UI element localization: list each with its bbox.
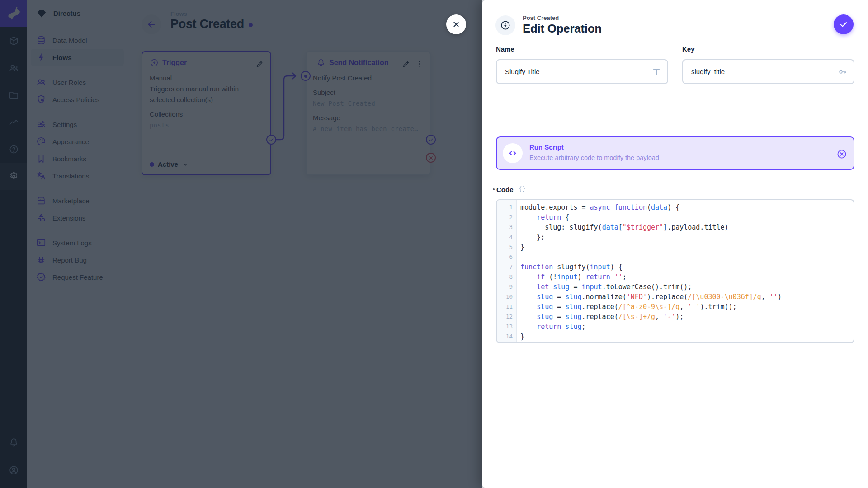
line-number: 4 [497, 232, 517, 242]
code-line: 3 slug: slugify(data["$trigger"].payload… [497, 222, 854, 232]
line-number: 1 [497, 202, 517, 212]
drawer-context: Post Created [523, 14, 602, 21]
key-value: slugify_title [691, 68, 725, 75]
drawer-divider [496, 113, 854, 113]
line-number: 11 [497, 302, 517, 312]
key-input[interactable]: slugify_title [682, 59, 854, 84]
code-line: 9 let slug = input.toLowerCase().trim(); [497, 282, 854, 292]
code-line: 11 slug = slug.replace(/[^a-z0-9\s-]/g, … [497, 302, 854, 312]
line-number: 13 [497, 322, 517, 332]
line-number: 7 [497, 262, 517, 272]
line-number: 14 [497, 332, 517, 342]
name-input[interactable]: Slugify Title [496, 59, 668, 84]
line-number: 3 [497, 222, 517, 232]
line-number: 2 [497, 212, 517, 222]
edit-operation-drawer: Post Created Edit Operation Name Slugify… [482, 0, 868, 488]
code-line: 4 }; [497, 232, 854, 242]
key-field-group: Key slugify_title [682, 45, 854, 84]
close-x-icon [452, 20, 461, 29]
app-window: Directus Data ModelFlowsUser RolesAccess… [0, 0, 868, 488]
code-line: 6 [497, 252, 854, 262]
code-lines: 1module.exports = async function(data) {… [497, 200, 854, 342]
panel-title: Run Script [529, 143, 564, 151]
operation-circled-bolt-icon [495, 15, 515, 35]
deselect-circled-x-icon[interactable] [836, 149, 847, 160]
code-line: 7function slugify(input) { [497, 262, 854, 272]
code-editor[interactable]: 1module.exports = async function(data) {… [496, 199, 854, 343]
braces-icon [518, 185, 526, 193]
code-line: 14} [497, 332, 854, 342]
code-line: 2 return { [497, 212, 854, 222]
drawer-title: Edit Operation [523, 22, 602, 36]
code-label-row: Code [493, 185, 526, 193]
drawer-close-button[interactable] [446, 14, 466, 34]
line-number: 5 [497, 242, 517, 252]
line-number: 10 [497, 292, 517, 302]
panel-description: Execute arbitrary code to modify the pay… [529, 154, 659, 161]
code-brackets-icon [503, 143, 523, 163]
title-T-icon [651, 67, 661, 77]
run-script-panel[interactable]: Run Script Execute arbitrary code to mod… [496, 136, 854, 170]
code-line: 8 if (!input) return ''; [497, 272, 854, 282]
drawer-scrim[interactable] [0, 0, 482, 488]
drawer-header: Post Created Edit Operation [495, 14, 602, 36]
name-field-group: Name Slugify Title [496, 45, 668, 84]
code-line: 5} [497, 242, 854, 252]
name-label: Name [496, 45, 668, 53]
line-number: 8 [497, 272, 517, 282]
code-line: 13 return slug; [497, 322, 854, 332]
key-label: Key [682, 45, 854, 53]
line-number: 6 [497, 252, 517, 262]
line-number: 12 [497, 312, 517, 322]
code-line: 10 slug = slug.normalize('NFD').replace(… [497, 292, 854, 302]
key-icon [838, 67, 848, 77]
check-icon [839, 19, 849, 29]
code-line: 1module.exports = async function(data) { [497, 202, 854, 212]
line-number: 9 [497, 282, 517, 292]
code-line: 12 slug = slug.replace(/[\s-]+/g, '-'); [497, 312, 854, 322]
name-value: Slugify Title [505, 68, 540, 75]
save-button[interactable] [834, 14, 854, 34]
required-dot [493, 188, 495, 190]
code-label: Code [496, 186, 514, 193]
